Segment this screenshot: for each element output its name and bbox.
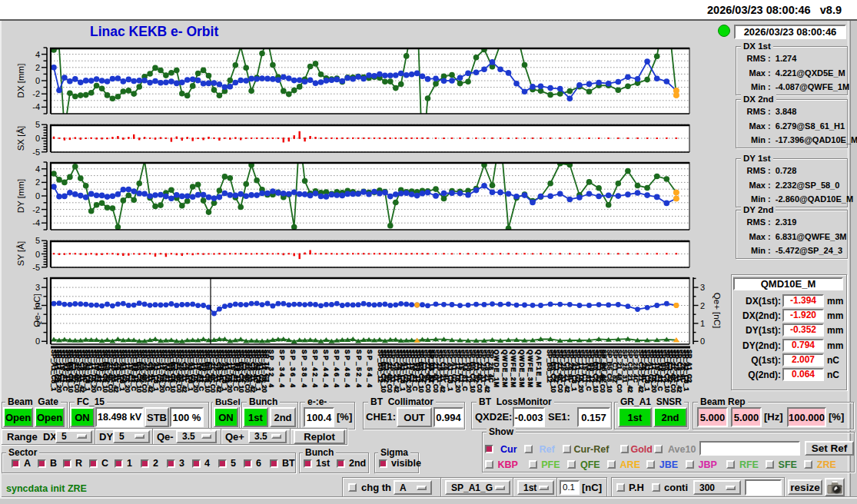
svg-text:QWFE_3M: QWFE_3M — [526, 350, 534, 387]
svg-text:-4: -4 — [32, 102, 40, 111]
svg-text:QWDE_2M: QWDE_2M — [501, 350, 509, 387]
svg-text:0: 0 — [35, 337, 40, 346]
svg-text:-2: -2 — [32, 89, 40, 98]
svg-text:SP_A1_G2: SP_A1_G2 — [686, 350, 693, 383]
svg-text:0: 0 — [35, 250, 40, 259]
svg-text:-5: -5 — [32, 148, 40, 157]
svg-text:SP_38_4: SP_38_4 — [301, 350, 308, 387]
svg-text:SP_54_4: SP_54_4 — [366, 350, 374, 387]
svg-text:-5: -5 — [32, 263, 40, 272]
svg-text:SP_36_4: SP_36_4 — [289, 350, 297, 387]
svg-text:SP_46_4: SP_46_4 — [333, 350, 340, 387]
svg-text:2: 2 — [35, 63, 40, 72]
svg-text:SP_44_4: SP_44_4 — [322, 350, 330, 387]
svg-text:SX [Å]: SX [Å] — [16, 126, 25, 151]
svg-text:5: 5 — [35, 120, 40, 129]
svg-text:1: 1 — [700, 319, 705, 328]
svg-text:0: 0 — [35, 134, 40, 143]
svg-text:2: 2 — [35, 177, 40, 187]
svg-text:DY [mm]: DY [mm] — [16, 179, 25, 214]
svg-text:SP_42_4: SP_42_4 — [311, 350, 319, 387]
svg-text:-4: -4 — [32, 218, 40, 227]
svg-text:QWFE_2M: QWFE_2M — [510, 350, 517, 387]
svg-text:0: 0 — [35, 191, 40, 201]
svg-text:3: 3 — [700, 283, 705, 292]
svg-text:5: 5 — [35, 236, 40, 245]
svg-text:0: 0 — [35, 76, 40, 85]
svg-text:QWDE_1M: QWDE_1M — [493, 350, 500, 387]
svg-text:SY [Å]: SY [Å] — [16, 241, 25, 266]
svg-text:DX [mm]: DX [mm] — [16, 64, 25, 98]
svg-text:QWDE_3M: QWDE_3M — [518, 350, 526, 387]
svg-text:Qe+ [nC]: Qe+ [nC] — [713, 293, 722, 328]
svg-text:4: 4 — [35, 164, 40, 174]
svg-text:QAF1E_M: QAF1E_M — [535, 350, 543, 387]
svg-text:4: 4 — [35, 50, 40, 59]
svg-text:0: 0 — [700, 337, 705, 346]
svg-text:-2: -2 — [32, 205, 40, 214]
svg-text:SP_48_4: SP_48_4 — [344, 350, 351, 387]
svg-text:SP_32_4: SP_32_4 — [267, 350, 275, 387]
svg-text:Qe- [nC]: Qe- [nC] — [32, 293, 42, 327]
svg-text:SP_34_4: SP_34_4 — [278, 350, 286, 387]
svg-text:2: 2 — [700, 301, 705, 310]
svg-text:3: 3 — [35, 283, 40, 292]
svg-text:SP_52_4: SP_52_4 — [355, 350, 363, 387]
